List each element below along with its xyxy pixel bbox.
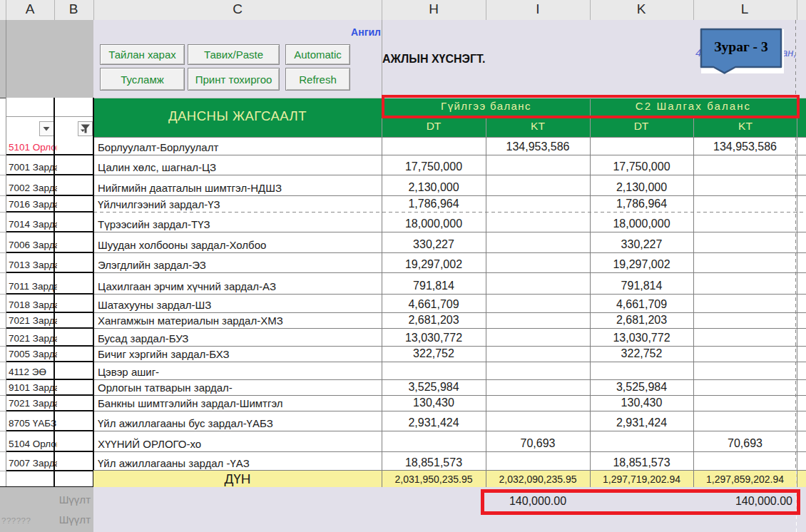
svg-text:Зураг - 3: Зураг - 3 — [714, 39, 768, 54]
